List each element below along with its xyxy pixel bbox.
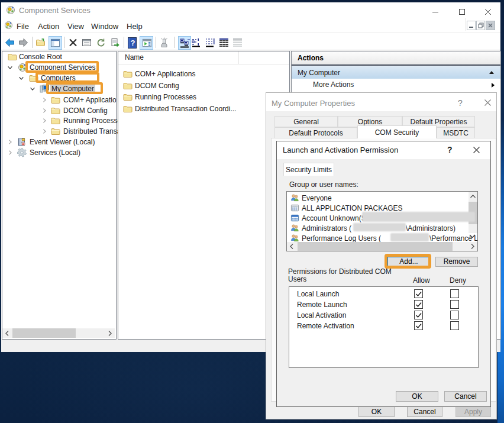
svg-text:?: ?: [131, 38, 135, 47]
